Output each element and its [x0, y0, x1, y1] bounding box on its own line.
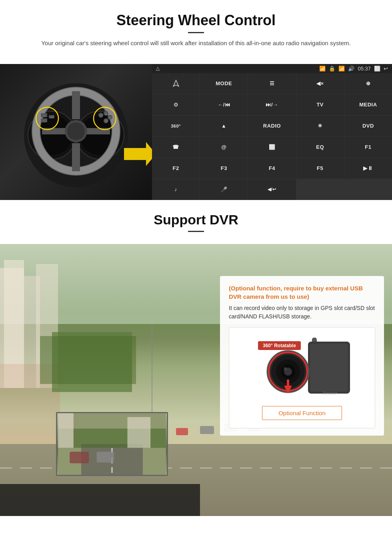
- time-display: 05:37: [358, 66, 371, 72]
- f4-button[interactable]: F4: [248, 158, 296, 179]
- page-title: Steering Wheel Control: [16, 12, 376, 29]
- brightness-button[interactable]: ☀: [296, 116, 344, 136]
- radio-button[interactable]: RADIO: [248, 116, 296, 136]
- dvr-background: (Optional function, require to buy exter…: [0, 244, 392, 516]
- svg-rect-52: [97, 452, 114, 462]
- wifi-icon: 📶: [319, 66, 326, 72]
- svg-point-64: [284, 367, 287, 370]
- arrow-indicator: [124, 140, 152, 168]
- grid-button[interactable]: ⊕: [344, 73, 392, 94]
- svg-rect-47: [0, 484, 200, 516]
- music-button[interactable]: ♪: [152, 179, 200, 200]
- badge-360: 360° Rotatable: [258, 341, 301, 350]
- svg-rect-58: [310, 344, 348, 392]
- mode-button[interactable]: MODE: [200, 73, 248, 94]
- home-icon: △: [156, 66, 160, 71]
- dvr-info-card: (Optional function, require to buy exter…: [220, 276, 384, 436]
- svg-rect-39: [40, 336, 136, 384]
- steering-section: Steering Wheel Control Your original car…: [0, 0, 392, 64]
- signal-icon: 📶: [338, 66, 345, 72]
- svg-text:+: +: [43, 114, 45, 117]
- internet-button[interactable]: @: [200, 137, 248, 158]
- f3-button[interactable]: F3: [200, 158, 248, 179]
- window-icon: ⬜: [374, 66, 380, 72]
- svg-text:◁: ◁: [51, 116, 53, 118]
- svg-rect-43: [200, 426, 214, 434]
- steering-wheel-graphic: km/h RPM +: [20, 75, 132, 189]
- screen-button[interactable]: ⬜: [248, 137, 296, 158]
- vol-prev-button[interactable]: ◀/↩: [248, 179, 296, 200]
- volume-icon: 🔊: [348, 66, 354, 72]
- status-right: 📶 🔒 📶 🔊 05:37 ⬜ ↩: [319, 66, 388, 72]
- 360-button[interactable]: 360°: [152, 116, 200, 136]
- mute-button[interactable]: ◀×: [296, 73, 344, 94]
- svg-rect-42: [176, 428, 188, 435]
- mic-button[interactable]: 🎤: [200, 179, 248, 200]
- dvr-title-divider: [188, 231, 204, 232]
- eject-button[interactable]: ▲: [200, 116, 248, 136]
- settings-button[interactable]: ⊙: [152, 94, 200, 115]
- phone-button[interactable]: ☎: [152, 137, 200, 158]
- dvr-camera-box: 360° Rotatable: [229, 327, 375, 428]
- dvr-thumbnail: [56, 412, 168, 476]
- svg-rect-55: [128, 417, 151, 448]
- f5-button[interactable]: F5: [296, 158, 344, 179]
- svg-text:Seicane: Seicane: [323, 391, 338, 396]
- f2-button[interactable]: F2: [152, 158, 200, 179]
- eq-button[interactable]: EQ: [296, 137, 344, 158]
- optional-function-button[interactable]: Optional Function: [262, 406, 342, 420]
- dvr-title: Support DVR: [16, 212, 376, 228]
- camera-illustration: 360° Rotatable: [250, 336, 354, 400]
- lock-icon: 🔒: [329, 66, 335, 72]
- dvd-button[interactable]: DVD: [344, 116, 392, 136]
- navigate-button[interactable]: [152, 73, 200, 94]
- dvr-body-text: It can record video only to storage in G…: [229, 304, 375, 321]
- menu-button[interactable]: ☰: [248, 73, 296, 94]
- next-button[interactable]: ⏭/→: [248, 94, 296, 115]
- title-divider: [188, 32, 204, 33]
- status-bar: △ 📶 🔒 📶 🔊 05:37 ⬜ ↩: [152, 64, 392, 73]
- touch-ui-panel: △ 📶 🔒 📶 🔊 05:37 ⬜ ↩ MODE ☰ ◀×: [152, 64, 392, 200]
- svg-marker-31: [124, 142, 152, 166]
- svg-point-14: [67, 122, 85, 140]
- media-button[interactable]: MEDIA: [344, 94, 392, 115]
- svg-rect-51: [70, 452, 89, 463]
- svg-rect-54: [58, 413, 74, 448]
- back-icon: ↩: [384, 66, 388, 72]
- dvr-title-area: Support DVR: [0, 200, 392, 244]
- f1-button[interactable]: F1: [344, 137, 392, 158]
- dvr-section: Support DVR: [0, 200, 392, 516]
- steering-wheel-photo: km/h RPM +: [0, 64, 152, 200]
- tv-button[interactable]: TV: [296, 94, 344, 115]
- steering-demo-area: km/h RPM +: [0, 64, 392, 200]
- playpause-button[interactable]: ▶⏸: [344, 158, 392, 179]
- prev-button[interactable]: ←/⏮: [200, 94, 248, 115]
- touch-button-grid: MODE ☰ ◀× ⊕ ⊙ ←/⏮ ⏭/→ TV MEDIA 360° ▲ RA…: [152, 73, 392, 200]
- steering-description: Your original car's steering wheel contr…: [32, 39, 360, 48]
- status-left: △: [156, 66, 160, 71]
- dvr-orange-text: (Optional function, require to buy exter…: [229, 284, 375, 301]
